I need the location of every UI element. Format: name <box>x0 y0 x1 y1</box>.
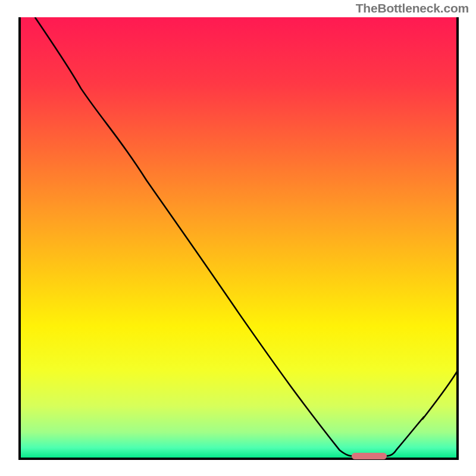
chart-svg <box>0 0 476 476</box>
attribution-text: TheBottleneck.com <box>356 1 469 15</box>
optimal-range-marker <box>352 453 387 459</box>
plot-background <box>20 17 458 459</box>
chart-canvas: { "attribution": "TheBottleneck.com", "c… <box>0 0 476 476</box>
